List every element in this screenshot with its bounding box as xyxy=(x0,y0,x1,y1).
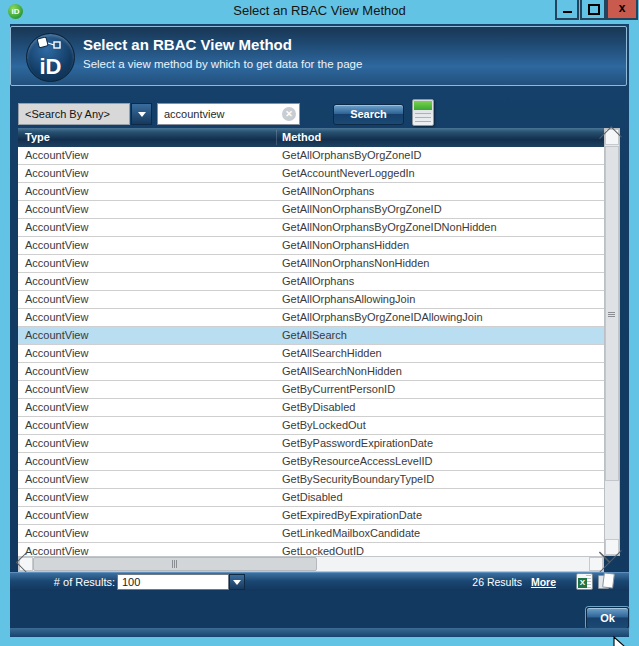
table-row[interactable]: AccountViewGetAccountNeverLoggedIn xyxy=(18,165,604,183)
cell-type: AccountView xyxy=(18,255,282,272)
cell-type: AccountView xyxy=(18,219,282,236)
cell-type: AccountView xyxy=(18,183,282,200)
table-row[interactable]: AccountViewGetAllOrphansAllowingJoin xyxy=(18,291,604,309)
scroll-right-button[interactable] xyxy=(589,557,603,571)
cell-method: GetByPasswordExpirationDate xyxy=(282,435,604,452)
table-row[interactable]: AccountViewGetAllOrphansByOrgZoneIDAllow… xyxy=(18,309,604,327)
window-title: Select an RBAC View Method xyxy=(0,3,639,18)
cell-type: AccountView xyxy=(18,489,282,506)
page-subtitle: Select a view method by which to get dat… xyxy=(83,58,362,70)
cell-type: AccountView xyxy=(18,291,282,308)
cell-method: GetAllOrphans xyxy=(282,273,604,290)
search-input[interactable] xyxy=(157,103,300,125)
page-title: Select an RBAC View Method xyxy=(83,36,292,53)
table-row[interactable]: AccountViewGetAllNonOrphansByOrgZoneID xyxy=(18,201,604,219)
scroll-up-button[interactable] xyxy=(605,129,619,145)
sheet-grid-lines xyxy=(415,113,431,123)
table-row[interactable]: AccountViewGetByLockedOut xyxy=(18,417,604,435)
cell-type: AccountView xyxy=(18,417,282,434)
cell-method: GetAllNonOrphansNonHidden xyxy=(282,255,604,272)
results-dropdown-arrow[interactable] xyxy=(229,574,245,590)
vertical-scrollbar[interactable] xyxy=(604,128,620,556)
column-divider xyxy=(276,130,277,145)
cell-method: GetAllNonOrphans xyxy=(282,183,604,200)
copy-pages-icon[interactable] xyxy=(597,572,616,591)
column-header-type[interactable]: Type xyxy=(25,128,50,147)
thumb-grip-icon xyxy=(608,312,615,317)
cell-method: GetAllNonOrphansByOrgZoneIDNonHidden xyxy=(282,219,604,236)
flowchart-icon xyxy=(35,37,65,51)
cell-type: AccountView xyxy=(18,399,282,416)
cell-type: AccountView xyxy=(18,435,282,452)
table-row[interactable]: AccountViewGetExpiredByExpirationDate xyxy=(18,507,604,525)
id-logo-icon: iD xyxy=(26,33,75,82)
chevron-down-icon xyxy=(233,580,241,585)
close-icon: x xyxy=(608,0,636,17)
search-by-dropdown[interactable]: <Search By Any> xyxy=(18,103,130,125)
search-button[interactable]: Search xyxy=(333,104,404,125)
ok-button[interactable]: Ok xyxy=(586,607,629,629)
table-row[interactable]: AccountViewGetAllOrphans xyxy=(18,273,604,291)
maximize-button[interactable] xyxy=(580,0,606,20)
table-row[interactable]: AccountViewGetByResourceAccessLevelID xyxy=(18,453,604,471)
cell-method: GetExpiredByExpirationDate xyxy=(282,507,604,524)
table-row[interactable]: AccountViewGetDisabled xyxy=(18,489,604,507)
cell-method: GetDisabled xyxy=(282,489,604,506)
header-banner: iD Select an RBAC View Method Select a v… xyxy=(10,26,627,86)
cell-method: GetAllSearchHidden xyxy=(282,345,604,362)
table-body: AccountViewGetAllOrphansByOrgZoneIDAccou… xyxy=(18,147,604,556)
results-per-page-dropdown[interactable]: 100 xyxy=(117,574,229,590)
results-count-text: 26 Results xyxy=(472,576,522,588)
cell-method: GetByLockedOut xyxy=(282,417,604,434)
chevron-down-icon xyxy=(138,112,146,117)
thumb-grip-icon xyxy=(172,560,177,568)
cell-type: AccountView xyxy=(18,273,282,290)
column-header-method[interactable]: Method xyxy=(282,128,321,147)
table-row[interactable]: AccountViewGetAllSearchNonHidden xyxy=(18,363,604,381)
table-row[interactable]: AccountViewGetAllSearch xyxy=(18,327,604,345)
cell-method: GetLockedOutID xyxy=(282,543,604,556)
cell-method: GetByDisabled xyxy=(282,399,604,416)
cell-type: AccountView xyxy=(18,381,282,398)
sheet-header-band xyxy=(414,101,432,110)
cell-type: AccountView xyxy=(18,165,282,182)
table-row[interactable]: AccountViewGetByPasswordExpirationDate xyxy=(18,435,604,453)
table-row[interactable]: AccountViewGetAllNonOrphans xyxy=(18,183,604,201)
minimize-button[interactable] xyxy=(555,0,579,20)
table-row[interactable]: AccountViewGetLockedOutID xyxy=(18,543,604,556)
table-row[interactable]: AccountViewGetByDisabled xyxy=(18,399,604,417)
table-header: Type Method xyxy=(18,128,604,147)
scroll-down-button[interactable] xyxy=(605,539,619,555)
dialog-body: iD Select an RBAC View Method Select a v… xyxy=(10,24,629,637)
table-row[interactable]: AccountViewGetAllNonOrphansByOrgZoneIDNo… xyxy=(18,219,604,237)
table-row[interactable]: AccountViewGetByCurrentPersonID xyxy=(18,381,604,399)
mouse-cursor xyxy=(611,636,633,646)
search-by-dropdown-arrow[interactable] xyxy=(131,103,152,125)
vertical-scrollbar-thumb[interactable] xyxy=(605,146,619,481)
id-logo-text: iD xyxy=(27,56,74,78)
cell-type: AccountView xyxy=(18,363,282,380)
scroll-left-button[interactable] xyxy=(19,557,33,571)
dialog-window: iD Select an RBAC View Method x iD Selec… xyxy=(0,0,639,646)
close-button[interactable]: x xyxy=(606,0,638,20)
table-row[interactable]: AccountViewGetBySecurityBoundaryTypeID xyxy=(18,471,604,489)
more-results-link[interactable]: More xyxy=(531,576,556,588)
cell-method: GetAllSearch xyxy=(282,327,604,344)
cell-type: AccountView xyxy=(18,507,282,524)
excel-x-glyph: X xyxy=(578,578,587,588)
cell-type: AccountView xyxy=(18,201,282,218)
table-row[interactable]: AccountViewGetLinkedMailboxCandidate xyxy=(18,525,604,543)
table-row[interactable]: AccountViewGetAllNonOrphansNonHidden xyxy=(18,255,604,273)
horizontal-scrollbar-thumb[interactable] xyxy=(33,557,317,571)
table-row[interactable]: AccountViewGetAllSearchHidden xyxy=(18,345,604,363)
table-row[interactable]: AccountViewGetAllNonOrphansHidden xyxy=(18,237,604,255)
excel-export-icon[interactable]: X xyxy=(576,573,593,590)
horizontal-scrollbar[interactable] xyxy=(18,556,604,572)
cell-method: GetAccountNeverLoggedIn xyxy=(282,165,604,182)
cell-type: AccountView xyxy=(18,525,282,542)
cell-type: AccountView xyxy=(18,147,282,164)
export-spreadsheet-icon[interactable] xyxy=(412,99,434,126)
clear-search-icon[interactable]: ✕ xyxy=(282,107,296,121)
title-bar[interactable]: iD Select an RBAC View Method x xyxy=(0,0,639,24)
table-row[interactable]: AccountViewGetAllOrphansByOrgZoneID xyxy=(18,147,604,165)
